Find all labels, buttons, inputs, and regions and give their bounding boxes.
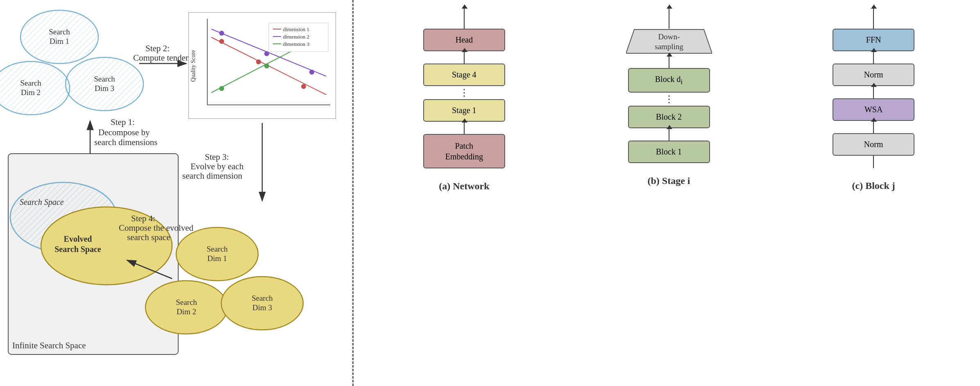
svg-point-61	[301, 84, 306, 89]
stage4-box: Stage 4	[423, 64, 505, 86]
dots-network-1: ⋮	[459, 88, 469, 98]
network-top-arrow	[464, 8, 465, 29]
svg-point-66	[264, 64, 269, 68]
arrow-ffn-norm2	[873, 51, 874, 64]
stage-title: (b) Stage i	[648, 175, 690, 186]
svg-text:Evolved: Evolved	[64, 234, 92, 243]
dots-stage-1: ⋮	[664, 94, 674, 104]
svg-text:Search: Search	[49, 27, 70, 36]
svg-text:sampling: sampling	[655, 42, 683, 51]
svg-point-60	[256, 59, 261, 64]
svg-text:Step 4:: Step 4:	[131, 213, 155, 223]
block-title: (c) Block j	[852, 180, 895, 191]
downsampling-wrap: Down- sampling	[626, 29, 712, 56]
right-panel: Head Stage 4 ⋮ Stage 1 PatchEmbedding (a…	[358, 0, 980, 386]
stage-top-arrow	[669, 8, 669, 29]
patch-embedding-box: PatchEmbedding	[423, 134, 505, 168]
trapezoid-svg: Down- sampling	[626, 29, 712, 54]
stage-column: Down- sampling Block di ⋮ Block 2 Block …	[575, 8, 763, 186]
vertical-divider	[352, 0, 354, 386]
arrow-wsa-norm1	[873, 121, 874, 133]
arrow-norm2-wsa	[873, 86, 874, 98]
norm1-box: Norm	[833, 133, 914, 156]
svg-text:Step 3:: Step 3:	[205, 152, 229, 162]
svg-text:Search: Search	[20, 79, 41, 87]
arrow-stage1-patch	[464, 122, 465, 134]
svg-point-62	[219, 31, 224, 36]
svg-text:Evolve by each: Evolve by each	[191, 161, 244, 171]
arrow-down-blockd	[669, 56, 669, 68]
network-title: (a) Network	[439, 181, 489, 192]
arch-diagrams: Head Stage 4 ⋮ Stage 1 PatchEmbedding (a…	[358, 0, 980, 386]
svg-text:Step 2:: Step 2:	[145, 43, 170, 53]
svg-text:Dim 1: Dim 1	[50, 37, 69, 45]
network-column: Head Stage 4 ⋮ Stage 1 PatchEmbedding (a…	[370, 8, 558, 192]
svg-text:search space: search space	[127, 232, 170, 242]
block-bottom-arrow	[873, 156, 874, 168]
svg-text:Step 1:: Step 1:	[111, 117, 135, 127]
left-panel: Infinite Search Space Search Space Evolv…	[0, 0, 348, 386]
block-top-arrow	[873, 8, 874, 29]
svg-text:Decompose by: Decompose by	[98, 127, 150, 137]
svg-text:Infinite Search Space: Infinite Search Space	[12, 341, 86, 350]
svg-text:Dim 2: Dim 2	[21, 88, 41, 97]
svg-text:Search Space: Search Space	[20, 198, 64, 207]
svg-text:Search Space: Search Space	[54, 245, 101, 254]
svg-text:Compose the evolved: Compose the evolved	[119, 223, 193, 233]
chart-svg: Quality Score	[189, 13, 336, 119]
svg-text:search dimensions: search dimensions	[94, 137, 158, 147]
svg-text:Search: Search	[176, 298, 197, 307]
chart-container: Quality Score	[188, 12, 336, 119]
svg-text:dimension 2: dimension 2	[283, 34, 309, 40]
svg-point-59	[219, 39, 224, 44]
svg-text:Down-: Down-	[658, 32, 680, 41]
svg-text:Search: Search	[252, 294, 273, 302]
svg-text:search dimension: search dimension	[182, 171, 243, 181]
svg-text:dimension 1: dimension 1	[283, 26, 309, 32]
svg-text:Dim 1: Dim 1	[207, 254, 227, 263]
main-container: Infinite Search Space Search Space Evolv…	[0, 0, 980, 386]
svg-text:Search: Search	[206, 245, 228, 253]
svg-point-64	[309, 70, 314, 75]
blockd-box: Block di	[628, 68, 710, 93]
svg-text:Dim 3: Dim 3	[252, 303, 272, 312]
svg-text:Dim 3: Dim 3	[95, 84, 114, 93]
svg-text:Quality Score: Quality Score	[190, 50, 196, 82]
block-column: FFN Norm WSA Norm (c) Block j	[779, 8, 968, 191]
svg-text:dimension 3: dimension 3	[283, 41, 309, 47]
svg-text:Dim 2: Dim 2	[177, 307, 196, 316]
svg-point-63	[264, 51, 269, 56]
block1-box: Block 1	[628, 141, 710, 163]
arrow-block2-block1	[669, 128, 669, 141]
arrow-head-stage4	[464, 51, 465, 64]
svg-point-65	[219, 86, 224, 91]
svg-text:Search: Search	[94, 75, 115, 83]
